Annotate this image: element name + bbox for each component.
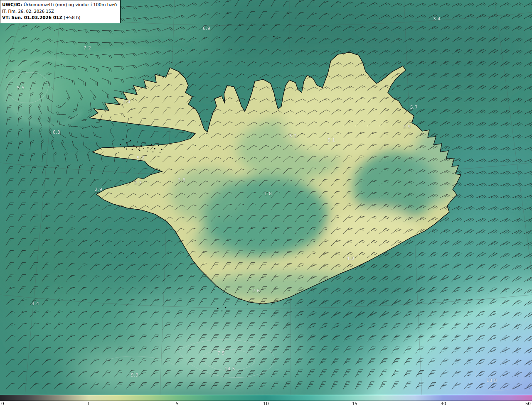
- valid-time-line: VT: Sun. 01.03.2026 01Z (+58 h): [2, 15, 117, 21]
- colorbar-tick: 10: [263, 401, 268, 406]
- info-box: UWC/IG: Úrkomumætti (mm) og vindur í 100…: [0, 0, 121, 23]
- product-code: UWC/IG:: [2, 2, 22, 7]
- colorbar-tick: 50: [525, 401, 531, 406]
- product-title-line: UWC/IG: Úrkomumætti (mm) og vindur í 100…: [2, 2, 117, 8]
- colorbar: 01510153050: [0, 395, 532, 406]
- colorbar-gradient: [0, 395, 532, 401]
- weather-map-page: 6.97.23.45.52.45.72.96.35.25.15.22.62.32…: [0, 0, 532, 406]
- colorbar-tick: 15: [352, 401, 357, 406]
- product-title: Úrkomumætti (mm) og vindur í 100m hæð: [22, 2, 117, 7]
- valid-time: VT: Sun. 01.03.2026 01Z: [2, 15, 62, 20]
- init-time-line: IT: Fim. 26. 02. 2026 15Z: [2, 8, 117, 15]
- colorbar-tick: 1: [87, 401, 90, 406]
- map-canvas: [0, 0, 532, 395]
- lead-time: (+58 h): [62, 15, 81, 20]
- colorbar-tick: 30: [441, 401, 446, 406]
- colorbar-tick: 5: [176, 401, 179, 406]
- colorbar-tick-labels: 01510153050: [0, 401, 532, 406]
- colorbar-tick: 0: [1, 401, 4, 406]
